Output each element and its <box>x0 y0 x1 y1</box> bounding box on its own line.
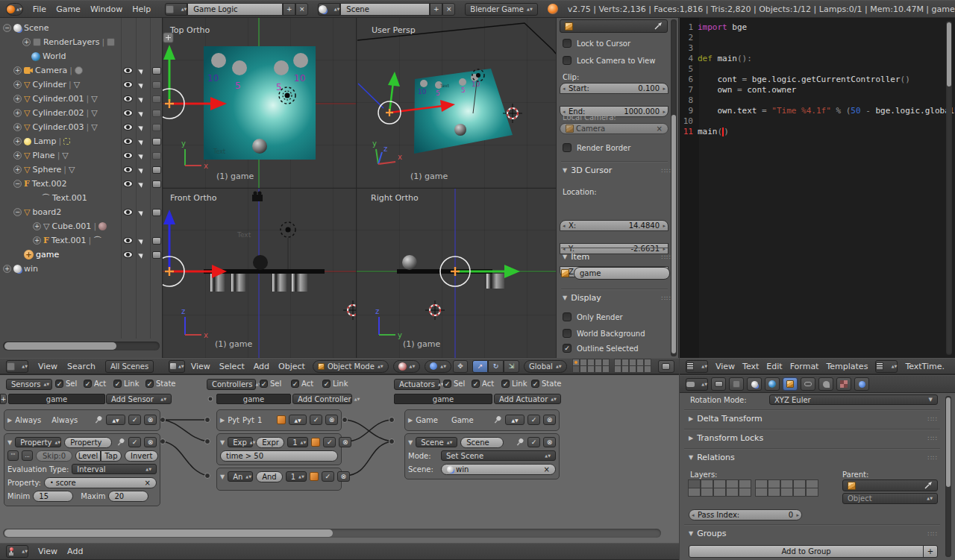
cylinder-object[interactable] <box>292 274 307 292</box>
checkbox[interactable] <box>563 312 572 321</box>
menu-help[interactable]: Help <box>132 4 151 14</box>
pivot-point-select[interactable]: ▲▼ <box>425 360 451 373</box>
layers-grid-right[interactable] <box>615 359 652 373</box>
scrollbar-thumb[interactable] <box>947 22 951 86</box>
controller-name-field[interactable]: And <box>256 471 283 482</box>
layout-name-field[interactable]: Game Logic <box>187 3 283 16</box>
outliner-row-scene[interactable]: −Scene <box>0 21 163 35</box>
npanel-scrollbar[interactable] <box>671 19 677 356</box>
cylinder-object[interactable] <box>231 274 245 292</box>
controller-type-select[interactable]: Exp▲▼ <box>228 437 253 447</box>
visibility-eye-icon[interactable] <box>123 138 133 145</box>
pin-icon[interactable] <box>115 436 127 448</box>
renderability-camera-icon[interactable] <box>152 95 161 103</box>
renderability-camera-icon[interactable] <box>152 124 161 131</box>
sensor-type-select[interactable]: Property▲▼ <box>15 437 61 447</box>
expand-icon[interactable]: + <box>13 137 22 145</box>
parent-type-select[interactable]: Object▲▼ <box>842 493 938 504</box>
visibility-eye-icon[interactable] <box>123 209 133 215</box>
cursor-x-field[interactable]: ◂X:14.4840▸ <box>560 220 668 231</box>
renderability-camera-icon[interactable] <box>152 152 161 160</box>
menu-view[interactable]: View <box>191 362 210 371</box>
groups-panel-header[interactable]: ▼Groups∷∷ <box>689 529 938 538</box>
collapse-icon[interactable]: − <box>3 24 11 32</box>
outliner-row-cylinder003[interactable]: +▽Cylinder.003|▽ <box>0 120 163 134</box>
actuators-filter-select[interactable]: Actuators▲▼ <box>394 379 440 390</box>
add-group-plus-button[interactable]: + <box>923 545 938 558</box>
visibility-eye-icon[interactable] <box>123 110 133 116</box>
menu-edit[interactable]: Edit <box>766 362 782 371</box>
expand-icon[interactable]: + <box>13 66 22 75</box>
enable-check-button[interactable]: ✓ <box>527 437 540 447</box>
visibility-eye-icon[interactable] <box>123 166 133 173</box>
clear-x-icon[interactable]: × <box>657 125 663 133</box>
renderability-camera-icon[interactable] <box>152 180 161 188</box>
engine-select[interactable]: Blender Game▲▼ <box>465 3 537 16</box>
visibility-eye-icon[interactable] <box>123 67 133 74</box>
scene-browse-button[interactable]: ▲▼ <box>318 3 340 16</box>
editor-type-button[interactable]: ▲▼ <box>6 360 28 373</box>
checkbox[interactable] <box>563 56 572 65</box>
collapse-triangle-icon[interactable]: ▼ <box>220 439 225 446</box>
selectability-cursor-icon[interactable] <box>138 251 145 258</box>
y-axis-manipulator-arrow[interactable] <box>504 265 520 278</box>
controllers-sel-toggle[interactable]: ✓Sel <box>260 380 281 388</box>
tab-scene[interactable] <box>747 377 762 391</box>
expand-icon[interactable]: + <box>13 166 22 174</box>
panel-grip-icon[interactable]: ∷∷ <box>662 254 671 261</box>
delete-x-button[interactable]: ⊗ <box>337 471 350 482</box>
pin-icon[interactable] <box>93 414 104 426</box>
add-sensor-button[interactable]: Add Sensor▲▼ <box>106 394 172 404</box>
layout-close-button[interactable]: × <box>295 3 308 16</box>
delete-x-button[interactable]: ⊗ <box>325 415 338 425</box>
outline-selected-row[interactable]: ✓Outline Selected <box>563 344 639 353</box>
menu-select[interactable]: Select <box>219 362 245 371</box>
expand-icon[interactable]: + <box>13 109 22 117</box>
enable-check-button[interactable]: ✓ <box>310 415 322 425</box>
renderability-camera-icon[interactable] <box>152 237 161 245</box>
manipulator-toggle-button[interactable]: ✥ <box>453 360 468 373</box>
actuator-game[interactable]: ▶ Game Game ▲▼ ✓ ⊗ <box>404 409 560 431</box>
editor-type-button[interactable]: ▲▼ <box>686 360 708 373</box>
property-field[interactable]: •score× <box>44 477 157 488</box>
state-select[interactable]: 1▲▼ <box>287 437 308 447</box>
actuator-type-select[interactable]: Scene▲▼ <box>416 437 457 447</box>
level-button[interactable]: Level <box>75 450 101 462</box>
transform-orientation-select[interactable]: Global▲▼ <box>524 360 567 373</box>
expand-icon[interactable]: + <box>13 81 22 89</box>
y-axis-manipulator-arrow[interactable] <box>388 72 400 86</box>
viewport-right-ortho[interactable]: zy Right Ortho (1) game <box>357 189 556 358</box>
collapse-triangle-icon[interactable]: ▼ <box>220 474 225 480</box>
add-to-group-button[interactable]: Add to Group <box>689 545 924 558</box>
sensor-always[interactable]: ▶ Always Always ▲▼ ✓ ⊗ <box>4 409 160 431</box>
visibility-eye-icon[interactable] <box>123 180 133 187</box>
menu-file[interactable]: File <box>33 4 46 14</box>
panel-grip-icon[interactable]: ∷∷ <box>928 435 938 442</box>
selectability-cursor-icon[interactable] <box>138 67 145 74</box>
outliner-row-cylinder001[interactable]: +▽Cylinder.001|▽ <box>0 92 163 106</box>
controllers-link-toggle[interactable]: ✓Link <box>322 380 348 388</box>
move-up-down-button[interactable]: ▲▼ <box>289 415 307 425</box>
z-axis-manipulator[interactable] <box>358 84 383 108</box>
tab-modifiers[interactable] <box>818 377 833 391</box>
logic-hscrollbar[interactable] <box>3 529 661 538</box>
3d-cursor[interactable] <box>425 301 445 320</box>
cylinder-object[interactable] <box>272 274 286 292</box>
collapse-icon[interactable]: − <box>13 180 22 188</box>
sphere-object[interactable] <box>454 124 466 136</box>
menu-search[interactable]: Search <box>67 362 96 371</box>
scale-manipulator-button[interactable]: ⇲ <box>504 360 519 373</box>
renderability-camera-icon[interactable] <box>152 110 161 117</box>
scene-name-field[interactable]: Scene <box>340 3 430 16</box>
menu-window[interactable]: Window <box>90 4 122 14</box>
delete-x-button[interactable]: ⊗ <box>144 415 157 425</box>
item-name-field[interactable]: game <box>574 267 670 280</box>
delete-x-button[interactable]: ⊗ <box>543 437 556 447</box>
menu-add[interactable]: Add <box>67 547 83 556</box>
delete-x-button[interactable]: ⊗ <box>543 415 556 425</box>
lock-camera-row[interactable]: Lock Camera to View <box>563 56 655 65</box>
logic-editor[interactable]: Sensors▲▼ ✓Sel ✓Act ✓Link ✓State + game … <box>0 374 679 560</box>
clip-start-field[interactable]: ◂Start:0.100▸ <box>560 83 668 94</box>
parent-field[interactable] <box>842 479 938 491</box>
scene-close-button[interactable]: × <box>442 3 455 16</box>
